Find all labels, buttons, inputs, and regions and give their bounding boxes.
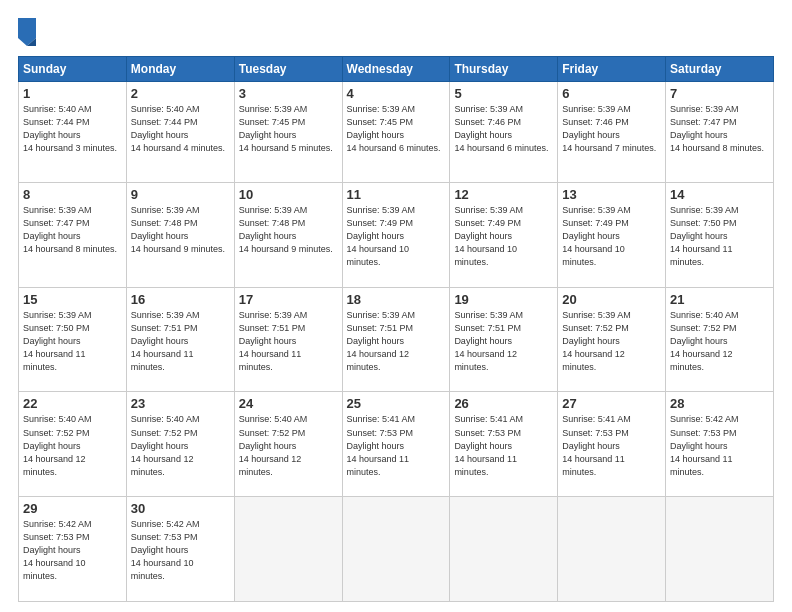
day-number: 5 <box>454 86 553 101</box>
table-row: 24Sunrise: 5:40 AMSunset: 7:52 PMDayligh… <box>234 392 342 497</box>
table-row: 16Sunrise: 5:39 AMSunset: 7:51 PMDayligh… <box>126 287 234 392</box>
day-info: Sunrise: 5:40 AMSunset: 7:44 PMDaylight … <box>23 103 122 155</box>
table-row: 27Sunrise: 5:41 AMSunset: 7:53 PMDayligh… <box>558 392 666 497</box>
day-info: Sunrise: 5:39 AMSunset: 7:45 PMDaylight … <box>239 103 338 155</box>
day-number: 21 <box>670 292 769 307</box>
table-row: 9Sunrise: 5:39 AMSunset: 7:48 PMDaylight… <box>126 183 234 288</box>
table-row: 21Sunrise: 5:40 AMSunset: 7:52 PMDayligh… <box>666 287 774 392</box>
day-number: 19 <box>454 292 553 307</box>
table-row: 3Sunrise: 5:39 AMSunset: 7:45 PMDaylight… <box>234 82 342 183</box>
table-row: 15Sunrise: 5:39 AMSunset: 7:50 PMDayligh… <box>19 287 127 392</box>
table-row: 6Sunrise: 5:39 AMSunset: 7:46 PMDaylight… <box>558 82 666 183</box>
table-row: 10Sunrise: 5:39 AMSunset: 7:48 PMDayligh… <box>234 183 342 288</box>
day-info: Sunrise: 5:40 AMSunset: 7:52 PMDaylight … <box>670 309 769 374</box>
table-row: 14Sunrise: 5:39 AMSunset: 7:50 PMDayligh… <box>666 183 774 288</box>
table-row <box>342 497 450 602</box>
table-row <box>450 497 558 602</box>
day-info: Sunrise: 5:42 AMSunset: 7:53 PMDaylight … <box>131 518 230 583</box>
day-info: Sunrise: 5:42 AMSunset: 7:53 PMDaylight … <box>23 518 122 583</box>
header <box>18 18 774 46</box>
logo <box>18 18 40 46</box>
day-number: 3 <box>239 86 338 101</box>
day-info: Sunrise: 5:40 AMSunset: 7:52 PMDaylight … <box>131 413 230 478</box>
calendar-header-row: Sunday Monday Tuesday Wednesday Thursday… <box>19 57 774 82</box>
day-number: 17 <box>239 292 338 307</box>
day-number: 13 <box>562 187 661 202</box>
col-sunday: Sunday <box>19 57 127 82</box>
day-info: Sunrise: 5:39 AMSunset: 7:52 PMDaylight … <box>562 309 661 374</box>
day-number: 22 <box>23 396 122 411</box>
table-row: 19Sunrise: 5:39 AMSunset: 7:51 PMDayligh… <box>450 287 558 392</box>
table-row: 8Sunrise: 5:39 AMSunset: 7:47 PMDaylight… <box>19 183 127 288</box>
day-number: 14 <box>670 187 769 202</box>
table-row: 1Sunrise: 5:40 AMSunset: 7:44 PMDaylight… <box>19 82 127 183</box>
table-row: 23Sunrise: 5:40 AMSunset: 7:52 PMDayligh… <box>126 392 234 497</box>
day-number: 2 <box>131 86 230 101</box>
day-number: 28 <box>670 396 769 411</box>
day-info: Sunrise: 5:39 AMSunset: 7:48 PMDaylight … <box>131 204 230 256</box>
table-row: 12Sunrise: 5:39 AMSunset: 7:49 PMDayligh… <box>450 183 558 288</box>
day-number: 8 <box>23 187 122 202</box>
day-info: Sunrise: 5:39 AMSunset: 7:51 PMDaylight … <box>347 309 446 374</box>
day-info: Sunrise: 5:40 AMSunset: 7:52 PMDaylight … <box>239 413 338 478</box>
table-row <box>666 497 774 602</box>
day-number: 15 <box>23 292 122 307</box>
day-info: Sunrise: 5:39 AMSunset: 7:49 PMDaylight … <box>562 204 661 269</box>
col-wednesday: Wednesday <box>342 57 450 82</box>
calendar-week-row: 22Sunrise: 5:40 AMSunset: 7:52 PMDayligh… <box>19 392 774 497</box>
day-info: Sunrise: 5:39 AMSunset: 7:46 PMDaylight … <box>562 103 661 155</box>
day-number: 1 <box>23 86 122 101</box>
day-info: Sunrise: 5:39 AMSunset: 7:51 PMDaylight … <box>131 309 230 374</box>
day-info: Sunrise: 5:40 AMSunset: 7:52 PMDaylight … <box>23 413 122 478</box>
table-row: 26Sunrise: 5:41 AMSunset: 7:53 PMDayligh… <box>450 392 558 497</box>
table-row: 22Sunrise: 5:40 AMSunset: 7:52 PMDayligh… <box>19 392 127 497</box>
table-row: 4Sunrise: 5:39 AMSunset: 7:45 PMDaylight… <box>342 82 450 183</box>
table-row: 13Sunrise: 5:39 AMSunset: 7:49 PMDayligh… <box>558 183 666 288</box>
table-row: 18Sunrise: 5:39 AMSunset: 7:51 PMDayligh… <box>342 287 450 392</box>
day-info: Sunrise: 5:39 AMSunset: 7:49 PMDaylight … <box>454 204 553 269</box>
table-row: 25Sunrise: 5:41 AMSunset: 7:53 PMDayligh… <box>342 392 450 497</box>
table-row: 29Sunrise: 5:42 AMSunset: 7:53 PMDayligh… <box>19 497 127 602</box>
col-thursday: Thursday <box>450 57 558 82</box>
day-number: 26 <box>454 396 553 411</box>
day-info: Sunrise: 5:39 AMSunset: 7:49 PMDaylight … <box>347 204 446 269</box>
table-row: 7Sunrise: 5:39 AMSunset: 7:47 PMDaylight… <box>666 82 774 183</box>
day-info: Sunrise: 5:42 AMSunset: 7:53 PMDaylight … <box>670 413 769 478</box>
page: Sunday Monday Tuesday Wednesday Thursday… <box>0 0 792 612</box>
day-number: 30 <box>131 501 230 516</box>
day-number: 4 <box>347 86 446 101</box>
day-info: Sunrise: 5:41 AMSunset: 7:53 PMDaylight … <box>347 413 446 478</box>
day-info: Sunrise: 5:40 AMSunset: 7:44 PMDaylight … <box>131 103 230 155</box>
day-number: 18 <box>347 292 446 307</box>
day-number: 16 <box>131 292 230 307</box>
day-number: 9 <box>131 187 230 202</box>
day-number: 23 <box>131 396 230 411</box>
table-row: 2Sunrise: 5:40 AMSunset: 7:44 PMDaylight… <box>126 82 234 183</box>
day-info: Sunrise: 5:41 AMSunset: 7:53 PMDaylight … <box>562 413 661 478</box>
day-info: Sunrise: 5:39 AMSunset: 7:50 PMDaylight … <box>23 309 122 374</box>
table-row: 28Sunrise: 5:42 AMSunset: 7:53 PMDayligh… <box>666 392 774 497</box>
day-info: Sunrise: 5:39 AMSunset: 7:47 PMDaylight … <box>670 103 769 155</box>
day-info: Sunrise: 5:39 AMSunset: 7:50 PMDaylight … <box>670 204 769 269</box>
day-number: 6 <box>562 86 661 101</box>
calendar-week-row: 8Sunrise: 5:39 AMSunset: 7:47 PMDaylight… <box>19 183 774 288</box>
calendar-week-row: 29Sunrise: 5:42 AMSunset: 7:53 PMDayligh… <box>19 497 774 602</box>
calendar-table: Sunday Monday Tuesday Wednesday Thursday… <box>18 56 774 602</box>
day-number: 7 <box>670 86 769 101</box>
table-row: 5Sunrise: 5:39 AMSunset: 7:46 PMDaylight… <box>450 82 558 183</box>
day-info: Sunrise: 5:39 AMSunset: 7:46 PMDaylight … <box>454 103 553 155</box>
col-friday: Friday <box>558 57 666 82</box>
table-row: 30Sunrise: 5:42 AMSunset: 7:53 PMDayligh… <box>126 497 234 602</box>
table-row <box>234 497 342 602</box>
col-saturday: Saturday <box>666 57 774 82</box>
day-number: 25 <box>347 396 446 411</box>
table-row: 11Sunrise: 5:39 AMSunset: 7:49 PMDayligh… <box>342 183 450 288</box>
day-number: 12 <box>454 187 553 202</box>
col-monday: Monday <box>126 57 234 82</box>
calendar-week-row: 15Sunrise: 5:39 AMSunset: 7:50 PMDayligh… <box>19 287 774 392</box>
day-number: 20 <box>562 292 661 307</box>
day-number: 11 <box>347 187 446 202</box>
calendar-week-row: 1Sunrise: 5:40 AMSunset: 7:44 PMDaylight… <box>19 82 774 183</box>
day-number: 27 <box>562 396 661 411</box>
day-number: 10 <box>239 187 338 202</box>
